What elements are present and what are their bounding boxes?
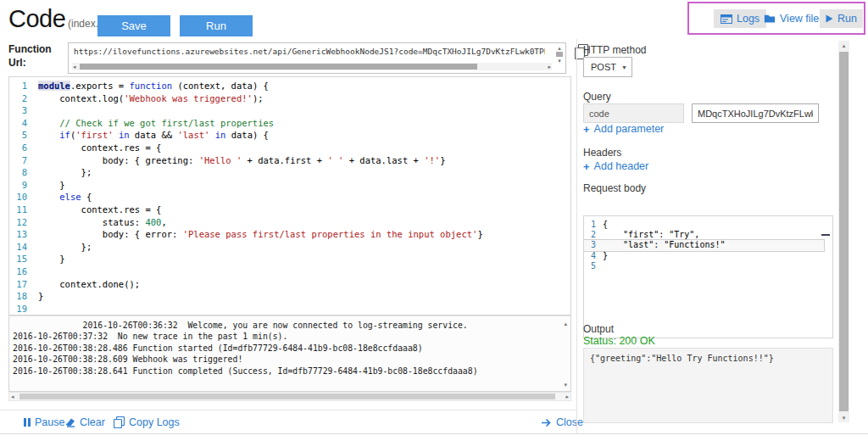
log-line: 2016-10-26T00:38:28.641 Function complet… bbox=[9, 366, 570, 377]
line-number: 14 bbox=[9, 241, 38, 254]
code-line: 15 } bbox=[9, 253, 570, 265]
code-line: 17 context.done(); bbox=[9, 278, 570, 291]
output-value: {"greeting":"Hello Try Functions!!"} bbox=[590, 354, 774, 363]
request-body-editor[interactable]: 1{2 "first": "Try",3 "last": "Functions!… bbox=[583, 215, 833, 338]
scroll-left-icon[interactable]: ◂ bbox=[73, 64, 76, 70]
output-label: Output bbox=[583, 323, 614, 335]
line-number: 15 bbox=[9, 253, 38, 265]
run-test-button[interactable]: Run bbox=[820, 9, 863, 28]
code-line: 19 bbox=[9, 303, 570, 315]
line-number: 3 bbox=[9, 104, 38, 117]
scrollbar-thumb[interactable] bbox=[839, 52, 849, 411]
add-parameter-link[interactable]: + Add parameter bbox=[583, 123, 664, 135]
view-files-label: View files bbox=[780, 13, 825, 25]
code-line: 1module.exports = function (context, dat… bbox=[9, 80, 570, 92]
query-label: Query bbox=[583, 91, 611, 103]
status-badge: Status: 200 OK bbox=[583, 335, 655, 347]
panel-divider bbox=[576, 39, 577, 433]
clear-button[interactable]: Clear bbox=[64, 410, 105, 434]
log-scroll-down-icon[interactable]: ▾ bbox=[564, 382, 567, 388]
add-header-link[interactable]: + Add header bbox=[583, 160, 648, 172]
query-value-input[interactable] bbox=[692, 103, 819, 123]
code-line: 16 bbox=[9, 265, 570, 278]
function-url-value[interactable]: https://ilovefunctions.azurewebsites.net… bbox=[74, 47, 545, 56]
line-number: 18 bbox=[9, 290, 38, 303]
line-number: 2 bbox=[9, 92, 38, 105]
line-number: 10 bbox=[9, 191, 38, 204]
line-number: 4 bbox=[9, 117, 38, 130]
code-line: 11 context.res = { bbox=[9, 204, 570, 216]
log-lines: 2016-10-26T00:36:32 Welcome, you are now… bbox=[9, 320, 570, 377]
request-body-line: 5 bbox=[584, 261, 824, 271]
log-line: 2016-10-26T00:38:28.609 Webhook was trig… bbox=[9, 354, 570, 365]
line-number: 4 bbox=[584, 251, 603, 261]
url-vertical-scrollbar[interactable]: ▴ ▾ bbox=[555, 45, 564, 64]
line-number: 2 bbox=[584, 230, 603, 240]
save-button[interactable]: Save bbox=[97, 15, 170, 36]
scroll-up-icon[interactable]: ▴ bbox=[838, 42, 849, 48]
scroll-down-icon[interactable]: ▾ bbox=[838, 415, 849, 421]
line-number: 1 bbox=[9, 80, 38, 92]
log-horizontal-scrollbar[interactable]: ◂ ▸ bbox=[8, 392, 571, 401]
code-editor[interactable]: 1module.exports = function (context, dat… bbox=[8, 76, 571, 315]
log-line: 2016-10-26T00:36:32 Welcome, you are now… bbox=[9, 320, 570, 331]
page-title: Code bbox=[8, 5, 65, 33]
line-number: 11 bbox=[9, 204, 38, 216]
scroll-right-icon[interactable]: ▸ bbox=[548, 64, 551, 70]
log-line: 2016-10-26T00:37:32 No new trace in the … bbox=[9, 331, 570, 342]
line-number: 16 bbox=[9, 265, 38, 278]
log-line: 2016-10-26T00:38:28.486 Function started… bbox=[9, 343, 570, 354]
run-button[interactable]: Run bbox=[180, 15, 253, 36]
scroll-left-icon[interactable]: ◂ bbox=[11, 394, 14, 399]
scrollbar-thumb[interactable] bbox=[556, 52, 563, 57]
cursor-position-marker bbox=[821, 234, 830, 236]
http-method-label: HTTP method bbox=[583, 44, 646, 56]
chevron-down-icon: ▼ bbox=[621, 64, 627, 70]
log-output-area[interactable]: 2016-10-26T00:36:32 Welcome, you are now… bbox=[8, 315, 571, 392]
plus-icon: + bbox=[583, 124, 590, 135]
log-toolbar: Pause Clear Copy Logs Close bbox=[0, 410, 576, 433]
line-number: 17 bbox=[9, 278, 38, 291]
function-url-box[interactable]: https://ilovefunctions.azurewebsites.net… bbox=[68, 42, 566, 74]
panel-vertical-scrollbar[interactable]: ▴ ▾ bbox=[838, 41, 849, 422]
log-scroll-up-icon[interactable]: ▴ bbox=[564, 321, 567, 327]
code-line: 6 context.res = { bbox=[9, 142, 570, 154]
http-method-select[interactable]: POST ▼ bbox=[583, 57, 632, 77]
view-files-button[interactable]: View files bbox=[764, 9, 825, 28]
pause-icon bbox=[24, 418, 31, 427]
scrollbar-thumb[interactable] bbox=[19, 394, 555, 399]
code-line: 2 context.log('Webhook was triggered!'); bbox=[9, 92, 570, 105]
scroll-down-icon[interactable]: ▾ bbox=[558, 58, 561, 64]
play-icon bbox=[826, 14, 833, 23]
pause-button[interactable]: Pause bbox=[24, 410, 64, 434]
code-line: 13 body: { error: 'Please pass first/las… bbox=[9, 228, 570, 241]
code-lines: 1module.exports = function (context, dat… bbox=[9, 80, 570, 315]
run-test-label: Run bbox=[837, 13, 857, 25]
line-number: 12 bbox=[9, 216, 38, 229]
line-number: 9 bbox=[9, 179, 38, 192]
url-horizontal-scrollbar[interactable]: ◂ ▸ bbox=[72, 63, 552, 70]
output-box: {"greeting":"Hello Try Functions!!"} bbox=[583, 348, 833, 423]
close-arrow-icon bbox=[541, 418, 552, 427]
code-line: 10 else { bbox=[9, 191, 570, 204]
query-key-input[interactable] bbox=[583, 103, 684, 123]
copy-logs-button[interactable]: Copy Logs bbox=[114, 410, 180, 434]
logs-icon bbox=[721, 14, 732, 24]
line-number: 13 bbox=[9, 228, 38, 241]
scroll-up-icon[interactable]: ▴ bbox=[558, 45, 561, 51]
code-line: 14 }; bbox=[9, 241, 570, 254]
add-parameter-label: Add parameter bbox=[594, 123, 665, 135]
line-number: 5 bbox=[9, 129, 38, 142]
logs-button[interactable]: Logs bbox=[714, 9, 766, 28]
request-body-line: 3 "last": "Functions!" bbox=[584, 240, 824, 250]
scrollbar-thumb[interactable] bbox=[80, 64, 477, 70]
code-line: 4 // Check if we got first/last properti… bbox=[9, 117, 570, 130]
request-body-line: 2 "first": "Try", bbox=[584, 230, 824, 240]
function-url-label: Function Url: bbox=[8, 42, 61, 70]
scroll-right-icon[interactable]: ▸ bbox=[565, 394, 569, 399]
copy-logs-label: Copy Logs bbox=[129, 416, 180, 428]
request-body-line: 1{ bbox=[584, 220, 824, 230]
code-line: 9 } bbox=[9, 179, 570, 192]
line-number: 5 bbox=[584, 261, 603, 271]
code-line: 8 }; bbox=[9, 166, 570, 179]
